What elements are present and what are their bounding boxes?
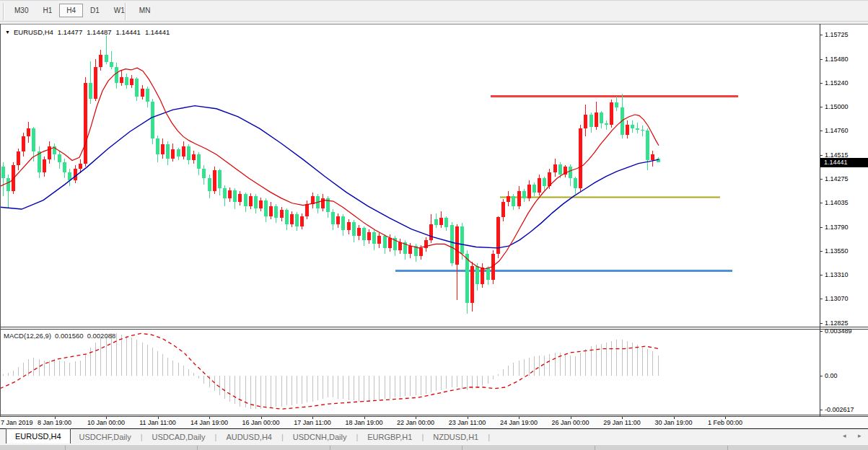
time-tick-label: 8 Jan 19:00 (38, 419, 71, 426)
status-strip-divider (330, 446, 330, 450)
time-tick-mark (416, 417, 416, 419)
time-axis[interactable]: 7 Jan 20198 Jan 19:0010 Jan 00:0011 Jan … (0, 417, 868, 428)
time-tick-mark (571, 417, 571, 419)
current-price-badge: 1.14441 (820, 158, 868, 167)
tab-divider: | (356, 433, 358, 441)
tab-divider: | (421, 433, 424, 441)
tab-usdcad-daily[interactable]: USDCAD,Daily (144, 431, 214, 444)
macd-signal-value: 0.002088 (87, 332, 116, 340)
price-tick-label: 1.13310 (825, 271, 849, 278)
status-strip-divider (197, 446, 198, 450)
time-tick-mark (725, 417, 726, 419)
tab-audusd-h4[interactable]: AUDUSD,H4 (217, 431, 281, 444)
time-tick-label: 11 Jan 11:00 (139, 419, 176, 426)
panel-separator-top[interactable] (0, 327, 868, 327)
macd-tick-label: 0.003489 (825, 327, 852, 335)
time-tick-label: 22 Jan 00:00 (397, 419, 434, 426)
time-tick-mark (55, 417, 56, 419)
chart-left-border (0, 24, 1, 416)
tab-nzdusd-h1[interactable]: NZDUSD,H1 (424, 431, 487, 444)
quote-open: 1.14477 (58, 28, 82, 36)
price-tick-label: 1.15240 (825, 79, 849, 87)
chart-tab-bar: EURUSD,H4USDCHF,Daily|USDCAD,Daily|AUDUS… (0, 428, 868, 444)
macd-indicator-canvas[interactable] (0, 330, 820, 416)
time-tick-mark (468, 417, 468, 419)
tab-eurgbp-h1[interactable]: EURGBP,H1 (359, 431, 421, 444)
time-tick-mark (622, 417, 623, 419)
time-tick-mark (261, 417, 262, 419)
tab-divider: | (488, 433, 490, 441)
price-tick-label: 1.12825 (825, 319, 849, 327)
time-tick-mark (312, 417, 313, 419)
macd-value: 0.001560 (55, 332, 84, 340)
time-tick-label: 17 Jan 11:00 (294, 419, 330, 426)
tab-divider: | (141, 433, 143, 441)
time-tick-label: 7 Jan 2019 (1, 419, 33, 426)
quote-high: 1.14487 (87, 28, 111, 36)
time-tick-label: 16 Jan 00:00 (242, 419, 279, 426)
time-tick-mark (158, 417, 159, 419)
tab-scroll-left-icon[interactable]: ◂ (843, 432, 846, 439)
time-tick-mark (519, 417, 520, 419)
price-tick-label: 1.15480 (825, 56, 849, 63)
time-tick-label: 29 Jan 11:00 (603, 419, 640, 426)
time-tick-mark (674, 417, 675, 419)
time-tick-label: 26 Jan 00:00 (551, 419, 589, 426)
status-strip (0, 444, 868, 450)
time-tick-label: 23 Jan 11:00 (449, 419, 486, 426)
tab-usdcnh-daily[interactable]: USDCNH,Daily (284, 431, 356, 444)
timeframe-m30-button[interactable]: M30 (7, 4, 35, 17)
status-strip-divider (65, 446, 66, 450)
macd-title: MACD(12,26,9) (4, 332, 51, 340)
price-chart-canvas[interactable] (0, 25, 820, 328)
toolbar-grip (3, 3, 4, 20)
timeframe-d1-button[interactable]: D1 (83, 4, 107, 17)
time-tick-mark (209, 417, 210, 419)
time-tick-label: 24 Jan 19:00 (500, 419, 538, 426)
timeframe-mn-button[interactable]: MN (132, 4, 158, 17)
time-tick-label: 18 Jan 19:00 (345, 419, 382, 426)
macd-tick-label: -0.002617 (825, 406, 854, 413)
timeframe-toolbar: M30H1H4D1W1MN (0, 0, 868, 22)
symbol-dropdown-icon[interactable]: ▼ (5, 30, 10, 35)
chart-symbol: EURUSD,H4 (14, 28, 53, 36)
timeframe-h4-button[interactable]: H4 (59, 4, 83, 17)
status-strip-divider (727, 446, 728, 450)
price-tick-label: 1.15000 (825, 103, 849, 110)
mt4-window: M30H1H4D1W1MN ▼EURUSD,H41.144771.144871.… (0, 0, 868, 450)
macd-bottom-border-1 (0, 415, 868, 415)
axis-border (820, 24, 820, 416)
time-tick-mark (106, 417, 107, 419)
toolbar-separator (125, 3, 126, 20)
chart-tabs: EURUSD,H4USDCHF,Daily|USDCAD,Daily|AUDUS… (6, 429, 491, 444)
quote-close: 1.14441 (145, 28, 170, 36)
tab-scroll-right-icon[interactable]: ▸ (858, 432, 862, 439)
price-tick-label: 1.13070 (825, 295, 849, 302)
status-strip-divider (595, 446, 595, 450)
price-tick-label: 1.14275 (825, 175, 849, 182)
status-strip-divider (462, 446, 463, 450)
timeframe-w1-button[interactable]: W1 (107, 4, 132, 17)
time-tick-mark (364, 417, 365, 419)
tab-divider: | (215, 433, 217, 441)
price-tick-label: 1.13550 (825, 247, 849, 255)
macd-label-line: MACD(12,26,9)0.0015600.002088 (4, 332, 119, 340)
price-tick-label: 1.15725 (825, 31, 849, 38)
time-tick-label: 30 Jan 19:00 (654, 419, 692, 426)
macd-tick-label: 0.00 (825, 372, 838, 379)
timeframe-h1-button[interactable]: H1 (35, 4, 59, 17)
price-tick-label: 1.13790 (825, 224, 849, 231)
price-tick-label: 1.14035 (825, 199, 849, 206)
time-tick-label: 14 Jan 19:00 (190, 419, 228, 426)
tab-eurusd-h4[interactable]: EURUSD,H4 (6, 428, 71, 444)
timeframe-buttons: M30H1H4D1W1MN (7, 1, 157, 17)
time-tick-label: 10 Jan 00:00 (87, 419, 125, 426)
tab-usdchf-daily[interactable]: USDCHF,Daily (71, 431, 140, 444)
time-tick-label: 1 Feb 00:00 (708, 419, 742, 426)
price-tick-label: 1.14760 (825, 127, 849, 134)
macd-histogram (3, 333, 658, 409)
chart-quote-line: ▼EURUSD,H41.144771.144871.144411.14441 (5, 28, 170, 36)
quote-low: 1.14441 (116, 28, 141, 36)
tab-divider: | (281, 433, 284, 441)
